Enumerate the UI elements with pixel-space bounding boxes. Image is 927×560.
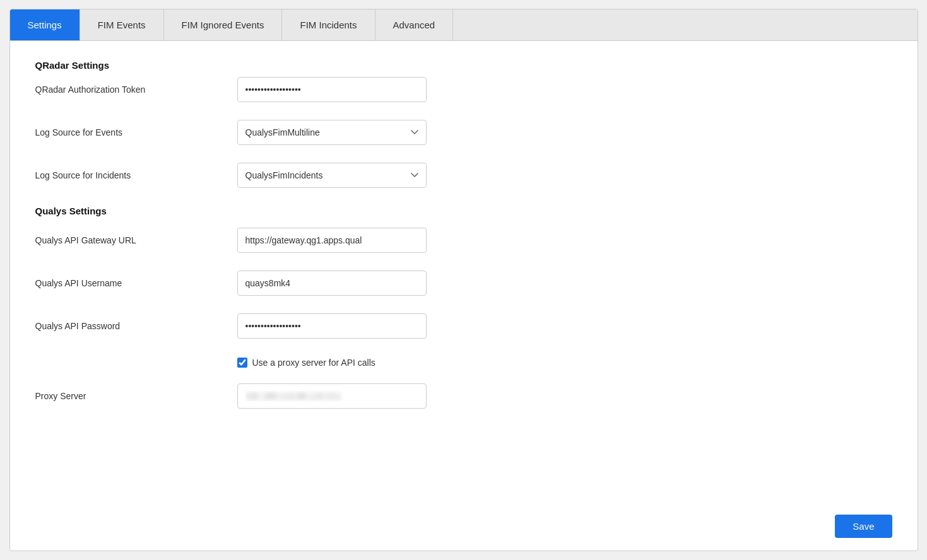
log-source-events-label: Log Source for Events <box>35 127 237 137</box>
log-source-incidents-label: Log Source for Incidents <box>35 170 237 180</box>
log-source-incidents-select[interactable]: QualysFimIncidents <box>237 163 427 188</box>
api-password-input[interactable] <box>237 313 427 339</box>
save-button[interactable]: Save <box>835 515 892 538</box>
tab-fim-incidents[interactable]: FIM Incidents <box>282 9 375 40</box>
proxy-checkbox[interactable] <box>237 358 247 368</box>
proxy-server-input[interactable] <box>237 383 427 409</box>
api-username-label: Qualys API Username <box>35 278 237 288</box>
log-source-events-row: Log Source for Events QualysFimMultiline <box>35 120 892 145</box>
qradar-section-title: QRadar Settings <box>35 60 892 71</box>
auth-token-label: QRadar Authorization Token <box>35 85 237 95</box>
log-source-events-select[interactable]: QualysFimMultiline <box>237 120 427 145</box>
auth-token-input[interactable] <box>237 77 427 102</box>
main-content: QRadar Settings QRadar Authorization Tok… <box>10 41 918 502</box>
tab-fim-ignored-events[interactable]: FIM Ignored Events <box>164 9 283 40</box>
proxy-server-label: Proxy Server <box>35 391 237 401</box>
proxy-server-row: Proxy Server <box>35 383 892 409</box>
proxy-checkbox-text: Use a proxy server for API calls <box>252 356 375 370</box>
proxy-checkbox-label[interactable]: Use a proxy server for API calls <box>237 356 375 370</box>
footer-row: Save <box>10 502 918 551</box>
proxy-checkbox-row: Use a proxy server for API calls <box>237 356 892 370</box>
log-source-incidents-row: Log Source for Incidents QualysFimIncide… <box>35 163 892 188</box>
api-password-label: Qualys API Password <box>35 321 237 331</box>
tab-advanced[interactable]: Advanced <box>375 9 454 40</box>
api-username-row: Qualys API Username <box>35 271 892 296</box>
api-gateway-url-label: Qualys API Gateway URL <box>35 235 237 245</box>
tab-bar: Settings FIM Events FIM Ignored Events F… <box>10 9 918 41</box>
auth-token-row: QRadar Authorization Token <box>35 77 892 102</box>
qualys-section-title: Qualys Settings <box>35 206 892 216</box>
tab-settings[interactable]: Settings <box>10 9 80 40</box>
api-username-input[interactable] <box>237 271 427 296</box>
api-gateway-url-input[interactable] <box>237 228 427 253</box>
tab-fim-events[interactable]: FIM Events <box>80 9 164 40</box>
api-password-row: Qualys API Password <box>35 313 892 339</box>
app-container: Settings FIM Events FIM Ignored Events F… <box>9 9 918 551</box>
api-gateway-url-row: Qualys API Gateway URL <box>35 228 892 253</box>
